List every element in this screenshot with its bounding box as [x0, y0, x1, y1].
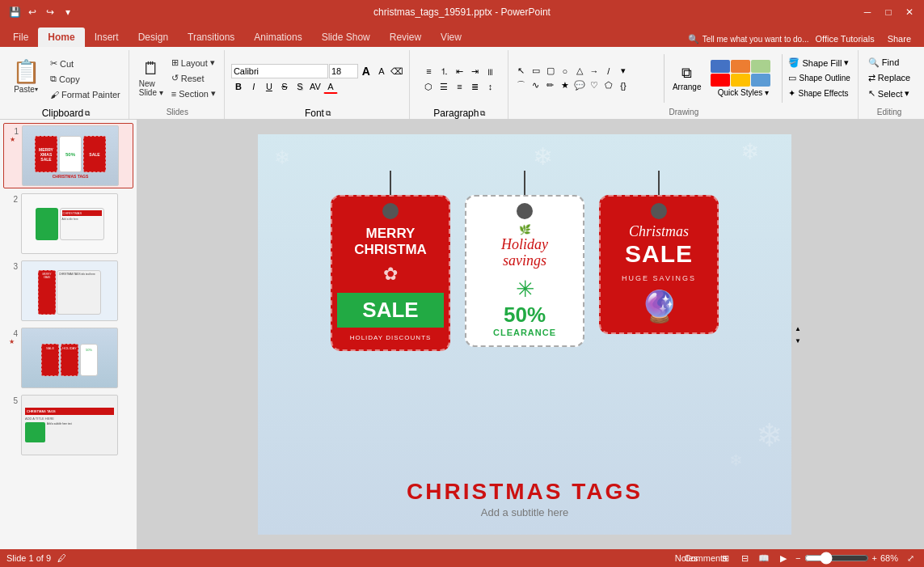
- quick-styles-button[interactable]: Quick Styles ▾: [707, 56, 778, 101]
- shape-callout[interactable]: 💬: [573, 79, 586, 92]
- clear-format-button[interactable]: ⌫: [390, 64, 404, 78]
- scroll-down-button[interactable]: ▼: [792, 335, 804, 347]
- zoom-out-button[interactable]: −: [795, 553, 800, 563]
- shape-bracket[interactable]: {}: [617, 79, 630, 92]
- close-button[interactable]: ✕: [901, 4, 918, 20]
- font-color-button[interactable]: A: [323, 79, 338, 94]
- qs-lightblue[interactable]: [751, 74, 770, 87]
- tab-design[interactable]: Design: [129, 28, 178, 47]
- reading-view-button[interactable]: 📖: [757, 551, 771, 565]
- justify-button[interactable]: ≣: [467, 79, 482, 94]
- shape-arrow[interactable]: →: [588, 65, 601, 78]
- qs-orange[interactable]: [731, 60, 750, 73]
- tab-slideshow[interactable]: Slide Show: [312, 28, 380, 47]
- font-expand[interactable]: ⧉: [326, 109, 331, 118]
- new-slide-button[interactable]: 🗒 NewSlide ▾: [136, 56, 167, 101]
- zoom-slider[interactable]: [804, 552, 869, 565]
- customize-icon[interactable]: ▾: [60, 4, 76, 20]
- qs-blue[interactable]: [711, 60, 730, 73]
- tab-insert[interactable]: Insert: [85, 28, 129, 47]
- slide-thumb-2[interactable]: 2 CHRISTMAS Add a title here: [3, 192, 133, 256]
- slide-canvas[interactable]: ❄ ❄ ❄ ❄ ❄ MERRY CHRISTMA: [258, 134, 791, 535]
- line-spacing-button[interactable]: ↕: [483, 79, 497, 94]
- format-painter-button[interactable]: 🖌 Format Painter: [47, 87, 124, 102]
- shape-arc[interactable]: ⌒: [515, 79, 528, 92]
- right-scrollbar[interactable]: ▲ ▼: [791, 323, 804, 347]
- comments-button[interactable]: Comments: [698, 551, 713, 565]
- slide-thumb-1[interactable]: 1 ★ MERRY XMAS SALE 50% SALE CHRISTMAS T…: [3, 123, 133, 188]
- slide-thumb-3[interactable]: 3 MERRYXMAS CHRISTMAS TAGS info text her…: [3, 259, 133, 323]
- copy-button[interactable]: ⧉ Copy: [47, 72, 124, 87]
- tab-animations[interactable]: Animations: [244, 28, 311, 47]
- shape-effects-button[interactable]: ✦ Shape Effects: [786, 87, 852, 100]
- shape-outline-button[interactable]: ▭ Shape Outline: [786, 71, 852, 85]
- slide-thumb-4[interactable]: 4 ★ SALE HOLIDAY 50%: [3, 326, 133, 390]
- normal-view-button[interactable]: ⊞: [718, 551, 732, 565]
- shape-heart[interactable]: ♡: [588, 79, 601, 92]
- tag-3[interactable]: Christmas SALE HUGE SAVINGS 🔮: [599, 195, 719, 334]
- shape-oval[interactable]: ○: [559, 65, 572, 78]
- bold-button[interactable]: B: [231, 79, 246, 94]
- tab-review[interactable]: Review: [380, 28, 431, 47]
- slide-sorter-button[interactable]: ⊟: [737, 551, 752, 565]
- align-left-button[interactable]: ⬡: [421, 79, 436, 94]
- shape-star[interactable]: ★: [559, 79, 572, 92]
- tab-transitions[interactable]: Transitions: [178, 28, 244, 47]
- save-icon[interactable]: 💾: [6, 4, 23, 20]
- paste-button[interactable]: 📋 Paste ▾: [8, 57, 44, 102]
- slide-thumb-5[interactable]: 5 CHRISTMAS TAGS ADD A TITLE HERE Add a …: [3, 393, 133, 457]
- shape-curve[interactable]: ∿: [530, 79, 542, 92]
- zoom-in-button[interactable]: +: [872, 553, 877, 563]
- scroll-up-button[interactable]: ▲: [792, 323, 804, 335]
- font-size-input[interactable]: [329, 64, 358, 78]
- shrink-font-button[interactable]: A: [374, 64, 389, 78]
- shape-connector[interactable]: /: [602, 65, 615, 78]
- shape-select-arrow[interactable]: ↖: [515, 65, 528, 78]
- reset-button[interactable]: ↺ Reset: [168, 71, 219, 86]
- shape-freeform[interactable]: ✏: [544, 79, 557, 92]
- shape-more[interactable]: ▾: [617, 65, 630, 78]
- char-spacing-button[interactable]: AV: [308, 79, 323, 94]
- numbering-button[interactable]: ⒈: [437, 64, 451, 78]
- qs-yellow[interactable]: [731, 74, 750, 87]
- qs-red[interactable]: [711, 74, 730, 87]
- replace-button[interactable]: ⇄ Replace: [865, 71, 913, 85]
- bullets-button[interactable]: ≡: [421, 64, 436, 78]
- clipboard-expand[interactable]: ⧉: [85, 109, 90, 118]
- find-button[interactable]: 🔍 Find: [865, 56, 913, 70]
- tab-view[interactable]: View: [431, 28, 471, 47]
- strikethrough-button[interactable]: S: [277, 79, 292, 94]
- maximize-button[interactable]: □: [880, 4, 897, 20]
- shape-pentagon[interactable]: ⬠: [602, 79, 615, 92]
- help-search[interactable]: 🔍 Tell me what you want to do...: [688, 34, 809, 44]
- tab-file[interactable]: File: [3, 28, 38, 47]
- minimize-button[interactable]: ─: [859, 4, 875, 20]
- shape-fill-button[interactable]: 🪣 Shape Fill ▾: [786, 56, 852, 70]
- undo-icon[interactable]: ↩: [24, 4, 40, 20]
- paragraph-expand[interactable]: ⧉: [480, 109, 485, 118]
- select-button[interactable]: ↖ Select ▾: [865, 87, 913, 100]
- italic-button[interactable]: I: [247, 79, 261, 94]
- tag-2[interactable]: 🌿 Holiday savings ✳ 50% CLEARANCE: [465, 195, 584, 347]
- tag-1[interactable]: MERRY CHRISTMA ✿ SALE HOLIDAY DISCOUNTS: [331, 195, 450, 351]
- section-button[interactable]: ≡ Section ▾: [168, 87, 219, 101]
- shape-round-rect[interactable]: ▢: [544, 65, 557, 78]
- redo-icon[interactable]: ↪: [42, 4, 58, 20]
- columns-button[interactable]: ⫼: [483, 64, 497, 78]
- fit-window-button[interactable]: ⤢: [903, 551, 918, 565]
- grow-font-button[interactable]: A: [359, 64, 373, 78]
- align-center-button[interactable]: ☰: [437, 79, 451, 94]
- arrange-button[interactable]: ⧉ Arrange: [668, 56, 707, 101]
- tutorials-button[interactable]: Office Tutorials: [815, 34, 874, 44]
- increase-indent-button[interactable]: ⇥: [467, 64, 482, 78]
- underline-button[interactable]: U: [262, 79, 276, 94]
- qs-green[interactable]: [751, 60, 770, 73]
- align-right-button[interactable]: ≡: [452, 79, 466, 94]
- shape-triangle[interactable]: △: [573, 65, 586, 78]
- shape-rect[interactable]: ▭: [530, 65, 542, 78]
- tab-home[interactable]: Home: [38, 28, 84, 47]
- shadow-button[interactable]: S: [293, 79, 307, 94]
- font-name-input[interactable]: [231, 64, 328, 78]
- layout-button[interactable]: ⊞ Layout ▾: [168, 56, 219, 70]
- share-button[interactable]: Share: [881, 32, 918, 45]
